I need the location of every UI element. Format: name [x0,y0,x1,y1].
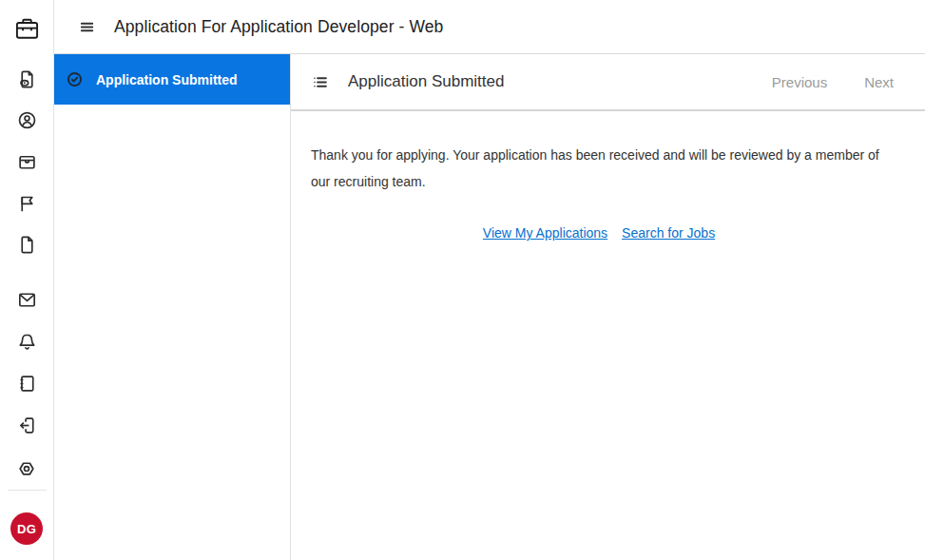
rail-bottom: DG [0,490,53,560]
rail-divider [8,490,47,491]
rail-item-document-preview[interactable] [6,58,48,100]
briefcase-icon [12,14,42,44]
section-title: Application Submitted [348,72,504,91]
previous-button[interactable]: Previous [772,74,827,90]
main-panel: Application Submitted Previous Next Than… [291,54,925,560]
user-profile-icon [16,109,38,131]
next-button[interactable]: Next [864,74,894,90]
app-logo[interactable] [0,0,53,58]
document-preview-icon [16,68,38,90]
rail-item-document[interactable] [6,224,48,266]
topbar: Application For Application Developer - … [54,0,925,54]
rail-item-profile[interactable] [6,100,48,142]
application-window: DG Application For Application Developer… [0,0,925,560]
archive-icon [16,151,38,173]
list-icon [311,73,329,91]
page-title: Application For Application Developer - … [114,17,443,37]
main-header: Application Submitted Previous Next [291,54,925,111]
rail-item-settings[interactable] [6,448,48,490]
rail-item-flag[interactable] [6,183,48,224]
sign-out-icon [16,415,38,436]
confirmation-message: Thank you for applying. Your application… [311,142,881,195]
search-for-jobs-link[interactable]: Search for Jobs [622,225,715,241]
steps-sidebar: Application Submitted [54,54,291,560]
rail-item-sign-out[interactable] [6,404,48,446]
hamburger-icon [79,19,95,35]
main-body: Thank you for applying. Your application… [291,111,925,241]
notifications-icon [16,331,38,353]
icon-rail: DG [0,0,54,560]
rail-item-mail[interactable] [6,279,48,320]
flag-icon [16,193,38,215]
sidebar-item-application-submitted[interactable]: Application Submitted [54,54,290,105]
rail-item-notifications[interactable] [6,320,48,362]
avatar[interactable]: DG [10,512,43,545]
notebook-icon [16,373,38,395]
mail-icon [16,289,38,311]
rail-item-notebook[interactable] [6,362,48,404]
check-circle-icon [66,70,84,88]
rail-item-archive[interactable] [6,142,48,183]
view-my-applications-link[interactable]: View My Applications [483,225,607,241]
settings-icon [16,458,37,479]
hamburger-menu-button[interactable] [74,14,99,39]
sidebar-item-label: Application Submitted [96,72,238,87]
document-icon [16,234,38,256]
links-row: View My Applications Search for Jobs [311,225,887,241]
